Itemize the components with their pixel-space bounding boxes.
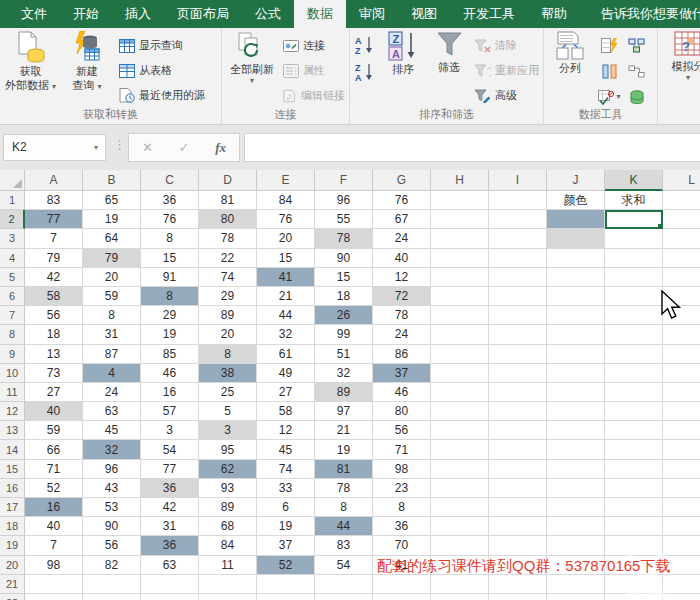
cell-B11[interactable]: 24 [83, 383, 141, 402]
cell-L17[interactable] [663, 498, 700, 517]
cell-G7[interactable]: 78 [373, 306, 431, 325]
cell-G14[interactable]: 71 [373, 440, 431, 459]
cell-F21[interactable] [315, 575, 373, 594]
cell-K22[interactable] [605, 594, 663, 600]
cell-A6[interactable]: 58 [25, 287, 83, 306]
cell-G22[interactable] [373, 594, 431, 600]
cell-D7[interactable]: 89 [199, 306, 257, 325]
cell-L13[interactable] [663, 421, 700, 440]
filter-button[interactable]: 筛选 [428, 31, 470, 113]
cell-C15[interactable]: 77 [141, 460, 199, 479]
name-box[interactable]: K2 ▾ [3, 134, 106, 161]
cell-F4[interactable]: 90 [315, 249, 373, 268]
cell-K9[interactable] [605, 345, 663, 364]
enter-icon[interactable]: ✓ [179, 140, 190, 155]
insert-function-icon[interactable]: fx [215, 140, 226, 156]
cell-B4[interactable]: 79 [83, 249, 141, 268]
cell-C14[interactable]: 54 [141, 440, 199, 459]
row-header-7[interactable]: 7 [0, 306, 25, 325]
row-header-14[interactable]: 14 [0, 440, 25, 459]
select-all-corner[interactable] [0, 170, 25, 191]
name-box-caret-icon[interactable]: ▾ [94, 144, 98, 152]
cell-I12[interactable] [489, 402, 547, 421]
cell-F19[interactable]: 83 [315, 536, 373, 555]
cell-J9[interactable] [547, 345, 605, 364]
cell-C16[interactable]: 36 [141, 479, 199, 498]
remove-duplicates-button[interactable] [602, 64, 617, 79]
cell-B20[interactable]: 82 [83, 556, 141, 575]
cell-H12[interactable] [431, 402, 489, 421]
cell-B15[interactable]: 96 [83, 460, 141, 479]
cell-G21[interactable] [373, 575, 431, 594]
cell-L9[interactable] [663, 345, 700, 364]
cell-I18[interactable] [489, 517, 547, 536]
cell-J6[interactable] [547, 287, 605, 306]
row-header-4[interactable]: 4 [0, 249, 25, 268]
cell-G15[interactable]: 98 [373, 460, 431, 479]
cell-I2[interactable] [489, 210, 547, 229]
cell-A1[interactable]: 83 [25, 191, 83, 210]
row-header-20[interactable]: 20 [0, 556, 25, 575]
cell-E22[interactable] [257, 594, 315, 600]
cell-E7[interactable]: 44 [257, 306, 315, 325]
sort-ascending-button[interactable]: AZ [353, 35, 375, 56]
cell-E11[interactable]: 27 [257, 383, 315, 402]
cell-E12[interactable]: 58 [257, 402, 315, 421]
cell-H4[interactable] [431, 249, 489, 268]
cell-G2[interactable]: 67 [373, 210, 431, 229]
cell-B19[interactable]: 56 [83, 536, 141, 555]
cell-E14[interactable]: 45 [257, 440, 315, 459]
cell-L3[interactable] [663, 229, 700, 248]
cell-F5[interactable]: 15 [315, 268, 373, 287]
manage-data-model-button[interactable] [629, 90, 645, 105]
cell-H17[interactable] [431, 498, 489, 517]
cell-B6[interactable]: 59 [83, 287, 141, 306]
cell-A8[interactable]: 18 [25, 325, 83, 344]
cell-C21[interactable] [141, 575, 199, 594]
cell-F9[interactable]: 51 [315, 345, 373, 364]
row-header-9[interactable]: 9 [0, 345, 25, 364]
cell-K4[interactable] [605, 249, 663, 268]
cell-K19[interactable] [605, 536, 663, 555]
cell-G8[interactable]: 24 [373, 325, 431, 344]
cell-J14[interactable] [547, 440, 605, 459]
cell-K6[interactable] [605, 287, 663, 306]
tab-view[interactable]: 视图 [398, 0, 450, 28]
cell-C3[interactable]: 8 [141, 229, 199, 248]
row-header-10[interactable]: 10 [0, 364, 25, 383]
cell-E1[interactable]: 84 [257, 191, 315, 210]
cell-C12[interactable]: 57 [141, 402, 199, 421]
cell-I16[interactable] [489, 479, 547, 498]
cell-K21[interactable] [605, 575, 663, 594]
cell-B10[interactable]: 4 [83, 364, 141, 383]
row-header-6[interactable]: 6 [0, 287, 25, 306]
cell-L1[interactable] [663, 191, 700, 210]
cell-L12[interactable] [663, 402, 700, 421]
cell-B9[interactable]: 87 [83, 345, 141, 364]
tab-insert[interactable]: 插入 [112, 0, 164, 28]
cell-I13[interactable] [489, 421, 547, 440]
cell-K18[interactable] [605, 517, 663, 536]
tab-review[interactable]: 审阅 [346, 0, 398, 28]
column-header-H[interactable]: H [431, 170, 489, 191]
cell-K14[interactable] [605, 440, 663, 459]
cell-I5[interactable] [489, 268, 547, 287]
cell-H18[interactable] [431, 517, 489, 536]
cell-B1[interactable]: 65 [83, 191, 141, 210]
cell-K12[interactable] [605, 402, 663, 421]
cell-E19[interactable]: 37 [257, 536, 315, 555]
cell-F8[interactable]: 99 [315, 325, 373, 344]
cell-D16[interactable]: 93 [199, 479, 257, 498]
cell-C22[interactable] [141, 594, 199, 600]
row-header-5[interactable]: 5 [0, 268, 25, 287]
cell-J4[interactable] [547, 249, 605, 268]
cell-H11[interactable] [431, 383, 489, 402]
cell-G19[interactable]: 70 [373, 536, 431, 555]
cell-A17[interactable]: 16 [25, 498, 83, 517]
cell-A5[interactable]: 42 [25, 268, 83, 287]
cell-F6[interactable]: 18 [315, 287, 373, 306]
row-header-22[interactable]: 22 [0, 594, 25, 600]
cell-E3[interactable]: 20 [257, 229, 315, 248]
cell-I22[interactable] [489, 594, 547, 600]
cell-D18[interactable]: 68 [199, 517, 257, 536]
